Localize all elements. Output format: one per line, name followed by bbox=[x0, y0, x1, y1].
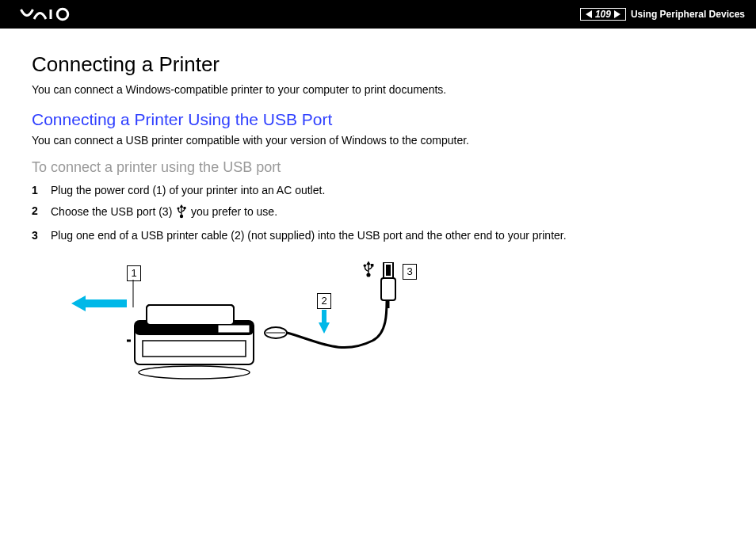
step-item: 2 Choose the USB port (3) you prefer to … bbox=[32, 204, 724, 221]
step-text: Plug one end of a USB printer cable (2) … bbox=[51, 229, 724, 242]
usb-trident-icon bbox=[177, 204, 186, 221]
step-text: Choose the USB port (3) you prefer to us… bbox=[51, 204, 724, 221]
svg-marker-7 bbox=[71, 296, 127, 311]
page-number: 109 bbox=[595, 9, 611, 20]
cable-arrow-icon bbox=[319, 310, 330, 334]
svg-rect-20 bbox=[386, 265, 391, 276]
step-item: 3 Plug one end of a USB printer cable (2… bbox=[32, 229, 724, 242]
svg-rect-27 bbox=[371, 264, 374, 267]
step-number: 1 bbox=[32, 184, 51, 196]
svg-rect-12 bbox=[143, 341, 246, 357]
printer-illustration bbox=[127, 297, 269, 384]
svg-point-1 bbox=[57, 9, 68, 20]
usb-trident-icon bbox=[363, 261, 374, 281]
section-subtitle: Connecting a Printer Using the USB Port bbox=[32, 110, 724, 129]
svg-rect-6 bbox=[184, 207, 186, 209]
sub-intro-text: You can connect a USB printer compatible… bbox=[32, 134, 724, 147]
page-title: Connecting a Printer bbox=[32, 52, 724, 77]
diagram-callout-2: 2 bbox=[317, 293, 331, 309]
svg-marker-4 bbox=[180, 204, 184, 208]
usb-cable-illustration bbox=[262, 301, 404, 364]
svg-rect-21 bbox=[381, 278, 395, 300]
svg-point-14 bbox=[139, 366, 250, 379]
step-item: 1 Plug the power cord (1) of your printe… bbox=[32, 184, 724, 196]
vaio-logo-svg bbox=[16, 7, 95, 21]
page-content: Connecting a Printer You can connect a W… bbox=[0, 29, 756, 400]
svg-rect-10 bbox=[147, 305, 234, 325]
svg-point-26 bbox=[364, 265, 367, 268]
vaio-logo bbox=[16, 7, 95, 21]
page-number-badge[interactable]: 109 bbox=[580, 8, 626, 21]
callout-1-line bbox=[127, 280, 143, 311]
steps-list: 1 Plug the power cord (1) of your printe… bbox=[32, 184, 724, 242]
plug-arrow-icon bbox=[382, 256, 393, 257]
step-text: Plug the power cord (1) of your printer … bbox=[51, 184, 724, 196]
header-bar: 109 Using Peripheral Devices bbox=[0, 0, 756, 29]
intro-text: You can connect a Windows-compatible pri… bbox=[32, 83, 724, 96]
prev-page-arrow-icon[interactable] bbox=[586, 10, 592, 18]
header-right: 109 Using Peripheral Devices bbox=[580, 8, 745, 21]
svg-marker-25 bbox=[366, 261, 371, 265]
svg-marker-18 bbox=[319, 310, 330, 334]
svg-rect-0 bbox=[50, 10, 52, 19]
step-number: 3 bbox=[32, 229, 51, 242]
breadcrumb[interactable]: Using Peripheral Devices bbox=[631, 9, 745, 20]
svg-point-5 bbox=[178, 208, 180, 210]
power-cord-arrow-icon bbox=[71, 296, 127, 311]
next-page-arrow-icon[interactable] bbox=[614, 10, 620, 18]
diagram-callout-1: 1 bbox=[127, 265, 141, 281]
step-number: 2 bbox=[32, 204, 51, 221]
task-heading: To connect a printer using the USB port bbox=[32, 159, 724, 176]
svg-rect-13 bbox=[218, 325, 250, 333]
usb-plug-illustration bbox=[379, 262, 398, 310]
connection-diagram: 1 2 bbox=[79, 257, 724, 400]
diagram-callout-3: 3 bbox=[403, 264, 417, 280]
